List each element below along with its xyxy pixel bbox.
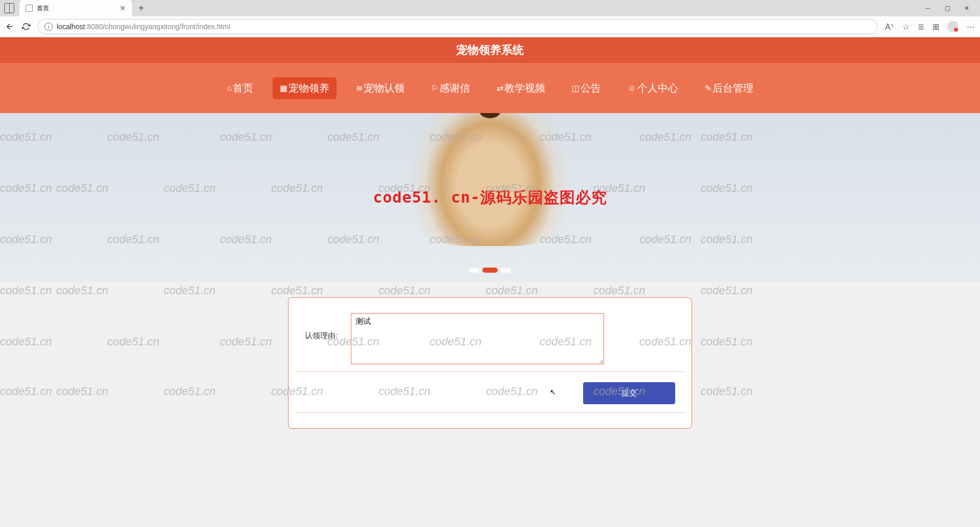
collections-icon[interactable]: ⊞ bbox=[932, 22, 939, 32]
nav-label: 教学视频 bbox=[504, 81, 545, 95]
nav-label: 后台管理 bbox=[712, 81, 753, 95]
nav-icon: ≋ bbox=[356, 83, 363, 93]
page-content: 宠物领养系统 ⌂首页▦宠物领养≋宠物认领⚐感谢信⇄教学视频◫公告☺个人中心✎后台… bbox=[0, 37, 980, 429]
nav-icon: ⇄ bbox=[497, 83, 503, 93]
maximize-button[interactable]: ▢ bbox=[942, 5, 952, 12]
close-tab-button[interactable]: ✕ bbox=[120, 4, 126, 12]
submit-row: 提交 bbox=[295, 372, 685, 413]
close-window-button[interactable]: ✕ bbox=[962, 5, 972, 12]
banner-image bbox=[388, 113, 592, 246]
nav-item-1[interactable]: ▦宠物领养 bbox=[273, 77, 337, 99]
tab-title: 首页 bbox=[37, 4, 49, 13]
banner-carousel: code51. cn-源码乐园盗图必究 bbox=[0, 113, 980, 282]
nav-label: 个人中心 bbox=[637, 81, 678, 95]
nav-item-2[interactable]: ≋宠物认领 bbox=[349, 77, 412, 99]
carousel-dot-1[interactable] bbox=[482, 268, 498, 273]
reason-row: 认领理由: bbox=[295, 313, 685, 372]
reason-textarea[interactable] bbox=[351, 313, 604, 364]
browser-toolbar: Aᐠ ☆ ≣ ⊞ ⋯ bbox=[885, 21, 975, 32]
nav-item-3[interactable]: ⚐感谢信 bbox=[424, 77, 477, 99]
nav-icon: ◫ bbox=[572, 83, 580, 93]
nav-icon: ⚐ bbox=[431, 83, 438, 93]
page-title: 宠物领养系统 bbox=[0, 37, 980, 63]
nav-item-0[interactable]: ⌂首页 bbox=[219, 77, 260, 99]
nav-item-5[interactable]: ◫公告 bbox=[565, 77, 608, 99]
tab-bar: 首页 ✕ + ─ ▢ ✕ bbox=[0, 0, 980, 16]
carousel-dots bbox=[469, 268, 511, 273]
address-bar: i localhost:8080/chongwulingyangxitong/f… bbox=[0, 16, 980, 37]
browser-chrome: 首页 ✕ + ─ ▢ ✕ i localhost:8080/chongwulin… bbox=[0, 0, 980, 37]
main-nav: ⌂首页▦宠物领养≋宠物认领⚐感谢信⇄教学视频◫公告☺个人中心✎后台管理 bbox=[0, 63, 980, 113]
profile-avatar[interactable] bbox=[947, 21, 959, 32]
cursor-icon: ↖ bbox=[550, 388, 556, 396]
claim-form: 认领理由: 提交 bbox=[288, 297, 692, 429]
banner-watermark-text: code51. cn-源码乐园盗图必究 bbox=[373, 187, 607, 208]
site-info-icon[interactable]: i bbox=[44, 23, 53, 31]
nav-icon: ⌂ bbox=[227, 83, 232, 93]
nav-label: 首页 bbox=[233, 81, 253, 95]
nav-label: 感谢信 bbox=[439, 81, 470, 95]
tab-document-icon bbox=[26, 5, 33, 12]
nav-icon: ✎ bbox=[705, 83, 711, 93]
window-controls: ─ ▢ ✕ bbox=[923, 5, 980, 12]
back-button[interactable] bbox=[5, 22, 14, 31]
submit-button[interactable]: 提交 bbox=[583, 382, 675, 404]
carousel-dot-2[interactable] bbox=[501, 268, 511, 273]
reason-label: 认领理由: bbox=[305, 313, 351, 341]
nav-icon: ▦ bbox=[280, 83, 287, 93]
tab-panels-icon[interactable] bbox=[4, 3, 14, 13]
url-text: localhost:8080/chongwulingyangxitong/fro… bbox=[57, 23, 230, 31]
reading-mode-icon[interactable]: Aᐠ bbox=[885, 22, 894, 32]
minimize-button[interactable]: ─ bbox=[923, 5, 933, 12]
favorites-bar-icon[interactable]: ≣ bbox=[918, 22, 924, 32]
url-box[interactable]: i localhost:8080/chongwulingyangxitong/f… bbox=[38, 19, 878, 34]
nav-label: 宠物认领 bbox=[364, 81, 405, 95]
nav-label: 宠物领养 bbox=[288, 81, 329, 95]
nav-item-7[interactable]: ✎后台管理 bbox=[698, 77, 761, 99]
refresh-button[interactable] bbox=[21, 22, 31, 31]
browser-tab[interactable]: 首页 ✕ bbox=[19, 0, 132, 16]
menu-icon[interactable]: ⋯ bbox=[967, 22, 975, 32]
favorite-icon[interactable]: ☆ bbox=[902, 22, 909, 32]
new-tab-button[interactable]: + bbox=[132, 3, 150, 14]
carousel-dot-0[interactable] bbox=[469, 268, 479, 273]
nav-label: 公告 bbox=[581, 81, 601, 95]
nav-icon: ☺ bbox=[628, 83, 636, 93]
nav-item-6[interactable]: ☺个人中心 bbox=[620, 77, 685, 99]
nav-item-4[interactable]: ⇄教学视频 bbox=[489, 77, 552, 99]
